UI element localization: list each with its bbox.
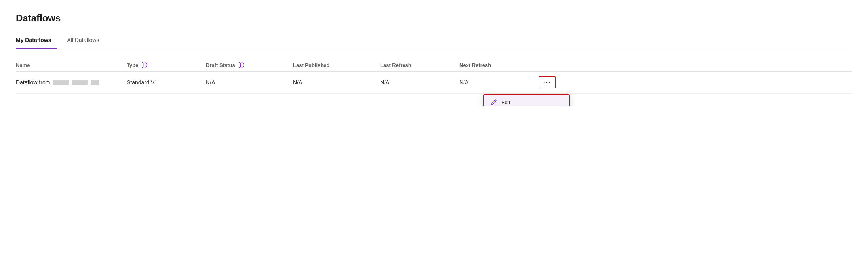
- more-options-button[interactable]: ···: [539, 76, 556, 88]
- cell-type: Standard V1: [127, 79, 206, 86]
- cell-actions: ··· Edit: [539, 76, 570, 88]
- cell-name: Dataflow from: [16, 79, 127, 86]
- draft-status-info-icon[interactable]: i: [238, 62, 244, 68]
- tab-my-dataflows[interactable]: My Dataflows: [16, 34, 57, 49]
- col-header-name: Name: [16, 62, 127, 68]
- blurred-name-2: [72, 80, 88, 85]
- col-header-last-refresh: Last Refresh: [380, 62, 459, 68]
- col-header-last-published: Last Published: [293, 62, 380, 68]
- menu-item-edit[interactable]: Edit: [483, 94, 570, 106]
- col-header-draft-status: Draft Status i: [206, 62, 293, 68]
- col-header-next-refresh: Next Refresh: [459, 62, 539, 68]
- col-header-actions: [539, 62, 570, 68]
- blurred-name-1: [53, 80, 69, 85]
- tabs-container: My Dataflows All Dataflows: [16, 33, 852, 49]
- page-title: Dataflows: [16, 13, 852, 24]
- pencil-icon: [490, 99, 497, 106]
- menu-item-edit-label: Edit: [501, 99, 510, 105]
- cell-last-published: N/A: [293, 79, 380, 86]
- cell-draft-status: N/A: [206, 79, 293, 86]
- table-row: Dataflow from Standard V1 N/A N/A N/A N/…: [16, 72, 852, 94]
- table-header-row: Name Type i Draft Status i Last Publishe…: [16, 59, 852, 72]
- cell-next-refresh: N/A: [459, 79, 539, 86]
- context-menu: Edit Rename: [483, 94, 570, 106]
- cell-last-refresh: N/A: [380, 79, 459, 86]
- blurred-name-3: [91, 80, 99, 85]
- type-info-icon[interactable]: i: [141, 62, 147, 68]
- col-header-type: Type i: [127, 62, 206, 68]
- dataflows-table: Name Type i Draft Status i Last Publishe…: [16, 59, 852, 94]
- tab-all-dataflows[interactable]: All Dataflows: [67, 34, 105, 49]
